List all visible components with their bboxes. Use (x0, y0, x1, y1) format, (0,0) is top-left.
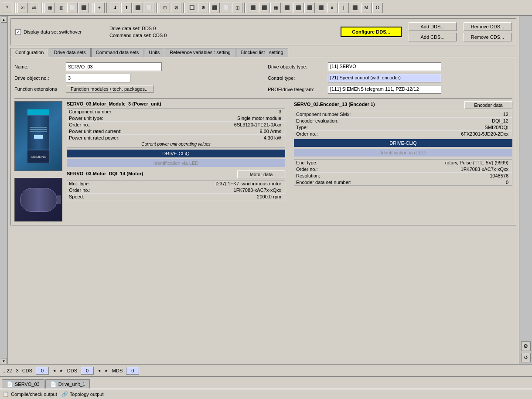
drive-object-row: Drive object no.: (14, 74, 259, 82)
toolbar-btn-help[interactable]: ? (2, 3, 12, 13)
toolbar-btn-26[interactable]: ⬛ (350, 3, 360, 13)
bottom-tab-servo03[interactable]: 📄 SERVO_03 (2, 379, 44, 389)
toolbar-btn-12[interactable]: 🔲 (187, 3, 197, 13)
control-type-row: Control type: [21] Speed control (with e… (268, 74, 512, 82)
enc-type2-label: Enc. type: (294, 160, 442, 166)
toolbar-btn-28[interactable]: O (372, 3, 383, 13)
refresh-button[interactable]: ↺ (521, 353, 531, 362)
toolbar-btn-5[interactable]: + (94, 3, 105, 13)
scroll-down[interactable]: ▼ (1, 358, 7, 364)
gear-button[interactable]: ⚙ (521, 341, 531, 351)
enc-drive-cliq[interactable]: DRIVE-CLiQ (294, 139, 512, 147)
toolbar-btn-27[interactable]: M (361, 3, 372, 13)
tab-command-data-sets[interactable]: Command data sets (91, 48, 143, 57)
toolbar-btn-7[interactable]: ⬆ (121, 3, 132, 13)
toolbar-btn-xi[interactable]: XI (17, 3, 28, 13)
toolbar-btn-11[interactable]: ⊠ (171, 3, 181, 13)
encoder-title: SERVO_03.Encoder_13 (Encoder 1) (294, 102, 375, 107)
pu-drive-cliq[interactable]: DRIVE-CLiQ (67, 150, 285, 157)
add-cds-button[interactable]: Add CDS... (409, 33, 457, 41)
drive-unit-tab-icon: 📄 (50, 381, 57, 387)
compile-check-tab[interactable]: 📋 Compile/check output (3, 391, 57, 397)
remove-dds-button[interactable]: Remove DDS... (464, 22, 512, 31)
component-number-label: Component number: (67, 109, 231, 115)
cds-arrow-right[interactable]: ► (60, 368, 64, 373)
drive-objects-type-label: Drive objects type: (268, 64, 324, 69)
control-type-label: Control type: (268, 75, 324, 81)
dds-input[interactable] (81, 367, 94, 375)
toolbar-btn-22[interactable]: ⬛ (304, 3, 315, 13)
toolbar-btn-1[interactable]: ▦ (44, 3, 55, 13)
function-extensions-row: Function extensions Function modules / t… (14, 85, 259, 93)
display-switchover-checkbox[interactable]: ✓ (15, 29, 21, 35)
toolbar-btn-18[interactable]: ⬛ (259, 3, 269, 13)
function-modules-button[interactable]: Function modules / tech. packages... (66, 85, 153, 93)
add-dds-button[interactable]: Add DDS... (409, 22, 457, 31)
drive-object-input[interactable] (66, 74, 130, 82)
cds-input[interactable] (36, 367, 49, 375)
enc-evaluation-label: Encoder evaluation: (294, 118, 457, 124)
toolbar-btn-4[interactable]: ⬛ (78, 3, 89, 13)
tab-content-configuration: Name: Drive object no.: Function extensi… (10, 57, 516, 225)
remove-cds-button[interactable]: Remove CDS... (464, 33, 512, 41)
cds-arrow-left[interactable]: ◄ (52, 368, 56, 373)
dds-labels: Drive data set: DDS 0 Command data set: … (109, 26, 334, 38)
motor-data-button[interactable]: Motor data (237, 171, 285, 178)
encoder-section: SERVO_03.Encoder_13 (Encoder 1) Encoder … (294, 101, 512, 222)
drive-unit-tab-label: Drive_unit_1 (58, 382, 85, 387)
scroll-up[interactable]: ▲ (1, 17, 7, 23)
toolbar-btn-17[interactable]: ⬛ (248, 3, 258, 13)
toolbar-btn-19[interactable]: ▦ (270, 3, 281, 13)
toolbar-btn-xe[interactable]: XE (29, 3, 39, 13)
mot-type-value: [237] 1FK7 synchronous motor (212, 181, 285, 187)
toolbar-btn-23[interactable]: ⬛ (316, 3, 326, 13)
toolbar-btn-2[interactable]: ▥ (56, 3, 66, 13)
configure-dds-button[interactable]: Configure DDS... (341, 27, 402, 37)
tab-reference-variables[interactable]: Reference variables : setting (165, 48, 235, 57)
tab-units[interactable]: Units (144, 48, 164, 57)
profi-drive-label: PROFIdrive telegram: (268, 87, 324, 92)
dds-arrow-right[interactable]: ► (105, 368, 109, 373)
tab-configuration[interactable]: Configuration (10, 48, 48, 57)
toolbar-btn-14[interactable]: ⬛ (209, 3, 220, 13)
dds-arrow-left[interactable]: ◄ (97, 368, 101, 373)
toolbar-btn-20[interactable]: ⬛ (282, 3, 292, 13)
toolbar-btn-21[interactable]: ⬛ (293, 3, 304, 13)
drive-data-set-label: Drive data set: DDS 0 (109, 26, 334, 31)
bottom-tab-drive-unit[interactable]: 📄 Drive_unit_1 (45, 379, 90, 389)
rated-power-value: 4.30 kW (231, 135, 285, 141)
rated-power-label: Power unit rated power: (67, 135, 231, 141)
bottom-tabs: 📄 SERVO_03 📄 Drive_unit_1 (0, 376, 532, 389)
configure-dds-area: Configure DDS... (341, 27, 402, 37)
display-switchover-label: Display data set switchover (24, 29, 82, 34)
tab-blocked-list[interactable]: Blocked list - setting (236, 48, 288, 57)
toolbar-btn-9[interactable]: ⬜ (144, 3, 154, 13)
pu-identification[interactable]: Identification via LED (67, 159, 285, 167)
output-bar: 📋 Compile/check output 🔗 Topology output (0, 389, 532, 399)
toolbar-sep-6 (183, 3, 185, 13)
status-position: ...22 : 3 (3, 368, 19, 373)
toolbar-btn-24[interactable]: ≡ (327, 3, 338, 13)
toolbar-btn-15[interactable]: ⬜ (221, 3, 231, 13)
topology-output-tab[interactable]: 🔗 Topology output (61, 391, 104, 397)
servo03-tab-icon: 📄 (7, 381, 13, 387)
control-type-value: [21] Speed control (with encoder) (328, 74, 441, 82)
encoder-data-button[interactable]: Encoder data (464, 101, 512, 109)
components-section: SIEMENS SERVO_03.Motor_ (14, 101, 512, 222)
enc-identification[interactable]: Identification via LED (294, 149, 512, 157)
config-right: Drive objects type: [11] SERVO Control t… (268, 62, 512, 94)
toolbar-btn-25[interactable]: | (338, 3, 349, 13)
tab-drive-data-sets[interactable]: Drive data sets (49, 48, 90, 57)
name-input[interactable] (66, 62, 162, 71)
drive-objects-type-row: Drive objects type: [11] SERVO (268, 62, 512, 71)
mds-input[interactable] (126, 367, 139, 375)
toolbar-btn-16[interactable]: ◫ (232, 3, 242, 13)
toolbar-btn-8[interactable]: ⬛ (133, 3, 143, 13)
enc-order-no2-label: Order no.: (294, 166, 442, 173)
mot-speed-label: Speed: (67, 194, 212, 200)
toolbar-btn-10[interactable]: ⊡ (160, 3, 170, 13)
toolbar-btn-3[interactable]: ⬜ (67, 3, 78, 13)
toolbar-btn-13[interactable]: ⚙ (198, 3, 208, 13)
compile-label: Compile/check output (11, 392, 57, 397)
toolbar-btn-6[interactable]: ⬇ (110, 3, 120, 13)
